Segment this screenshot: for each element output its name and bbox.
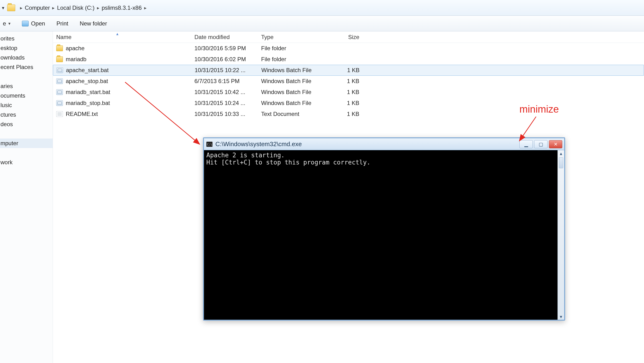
file-date: 6/7/2013 6:15 PM — [191, 78, 258, 84]
column-header-date[interactable]: Date modified — [191, 34, 258, 40]
batch-file-icon — [56, 67, 63, 73]
nav-sidebar: orites esktop ownloads ecent Places arie… — [0, 31, 53, 363]
sidebar-item-pictures[interactable]: ctures — [0, 110, 53, 119]
chevron-right-icon[interactable]: ▸ — [52, 5, 54, 11]
open-label: Open — [31, 20, 45, 27]
file-row[interactable]: mariadb10/30/2016 6:02 PMFile folder — [53, 54, 644, 65]
file-date: 10/30/2016 6:02 PM — [191, 56, 258, 63]
cmd-output: Apache 2 is starting. Hit [Ctrl+C] to st… — [204, 150, 564, 320]
breadcrumb-local-disk[interactable]: Local Disk (C:) — [57, 4, 94, 11]
annotation-minimize-label: minimize — [520, 103, 559, 115]
maximize-icon: ▢ — [539, 141, 543, 147]
file-name: apache_stop.bat — [66, 78, 108, 84]
batch-file-icon — [56, 100, 63, 106]
window-buttons: ▁ ▢ ✕ — [520, 140, 562, 148]
chevron-right-icon[interactable]: ▸ — [144, 5, 146, 11]
open-icon — [22, 21, 28, 26]
file-size: 1 KB — [322, 67, 363, 73]
print-button[interactable]: Print — [56, 20, 68, 27]
file-type: Windows Batch File — [258, 67, 322, 73]
breadcrumb-folder[interactable]: pslims8.3.1-x86 — [102, 4, 142, 11]
sidebar-item-videos[interactable]: deos — [0, 119, 53, 129]
batch-file-icon — [56, 78, 63, 84]
file-date: 10/31/2015 10:22 ... — [191, 67, 258, 73]
sidebar-item-computer[interactable]: mputer — [0, 139, 53, 148]
organize-label: e — [3, 20, 6, 27]
sidebar-item-downloads[interactable]: ownloads — [0, 53, 53, 62]
sidebar-item-network[interactable]: work — [0, 158, 53, 167]
sidebar-item-desktop[interactable]: esktop — [0, 43, 53, 53]
back-history-dropdown-icon[interactable]: ▾ — [2, 5, 4, 11]
file-date: 10/30/2016 5:59 PM — [191, 45, 258, 52]
column-header-size[interactable]: Size — [322, 34, 362, 40]
column-headers: Name ▴ Date modified Type Size — [53, 31, 644, 43]
folder-icon — [7, 4, 15, 11]
scroll-down-icon[interactable]: ▾ — [558, 314, 564, 320]
batch-file-icon — [56, 89, 63, 95]
close-icon: ✕ — [554, 141, 558, 147]
minimize-button[interactable]: ▁ — [520, 140, 533, 148]
organize-dropdown[interactable]: e ▾ — [3, 20, 10, 27]
file-date: 10/31/2015 10:42 ... — [191, 89, 258, 95]
file-size: 1 KB — [322, 111, 362, 117]
file-type: File folder — [258, 56, 322, 63]
sidebar-item-recent-places[interactable]: ecent Places — [0, 62, 53, 72]
file-name: README.txt — [66, 111, 98, 117]
breadcrumb-computer[interactable]: Computer — [25, 4, 50, 11]
breadcrumb: ▸ Computer ▸ Local Disk (C:) ▸ pslims8.3… — [18, 4, 149, 11]
file-type: Windows Batch File — [258, 100, 322, 106]
cmd-titlebar[interactable]: C:\Windows\system32\cmd.exe ▁ ▢ ✕ — [204, 138, 564, 150]
chevron-down-icon: ▾ — [8, 21, 10, 26]
file-date: 10/31/2015 10:33 ... — [191, 111, 258, 117]
cmd-window[interactable]: C:\Windows\system32\cmd.exe ▁ ▢ ✕ Apache… — [203, 137, 565, 321]
file-size: 1 KB — [322, 100, 362, 106]
column-header-type[interactable]: Type — [258, 34, 322, 40]
file-type: Text Document — [258, 111, 322, 117]
sidebar-item-libraries[interactable]: aries — [0, 81, 53, 91]
toolbar: e ▾ Open Print New folder — [0, 16, 644, 31]
file-type: File folder — [258, 45, 322, 52]
sort-ascending-icon: ▴ — [116, 31, 118, 36]
scroll-up-icon[interactable]: ▴ — [558, 150, 564, 156]
address-bar: ▾ ▸ Computer ▸ Local Disk (C:) ▸ pslims8… — [0, 0, 644, 16]
print-label: Print — [56, 20, 68, 27]
sidebar-item-favorites[interactable]: orites — [0, 34, 53, 43]
sidebar-item-documents[interactable]: ocuments — [0, 91, 53, 100]
file-name: mariadb_start.bat — [66, 89, 110, 95]
column-header-name-label: Name — [56, 34, 72, 40]
minimize-icon: ▁ — [524, 141, 528, 147]
file-row[interactable]: mariadb_start.bat10/31/2015 10:42 ...Win… — [53, 87, 644, 98]
cmd-icon — [206, 142, 212, 147]
column-header-name[interactable]: Name ▴ — [53, 34, 191, 40]
file-row[interactable]: apache10/30/2016 5:59 PMFile folder — [53, 43, 644, 54]
close-button[interactable]: ✕ — [549, 140, 562, 148]
cmd-scrollbar[interactable]: ▴ ▾ — [558, 150, 564, 320]
file-name: mariadb_stop.bat — [66, 100, 110, 106]
file-date: 10/31/2015 10:24 ... — [191, 100, 258, 106]
folder-icon — [56, 45, 63, 51]
file-type: Windows Batch File — [258, 89, 322, 95]
file-name: apache — [66, 45, 84, 52]
file-name: mariadb — [66, 56, 86, 63]
text-file-icon — [56, 111, 63, 117]
scroll-thumb[interactable] — [559, 157, 563, 168]
chevron-right-icon[interactable]: ▸ — [20, 5, 22, 11]
new-folder-label: New folder — [80, 20, 107, 27]
maximize-button[interactable]: ▢ — [534, 140, 548, 148]
file-size: 1 KB — [322, 89, 362, 95]
folder-icon — [56, 56, 63, 62]
file-size: 1 KB — [322, 78, 362, 84]
open-button[interactable]: Open — [22, 20, 45, 27]
cmd-title: C:\Windows\system32\cmd.exe — [216, 140, 516, 148]
file-row[interactable]: apache_start.bat10/31/2015 10:22 ...Wind… — [53, 65, 644, 76]
file-row[interactable]: apache_stop.bat6/7/2013 6:15 PMWindows B… — [53, 76, 644, 87]
sidebar-item-music[interactable]: lusic — [0, 100, 53, 110]
file-name: apache_start.bat — [66, 67, 109, 73]
chevron-right-icon[interactable]: ▸ — [97, 5, 99, 11]
file-type: Windows Batch File — [258, 78, 322, 84]
new-folder-button[interactable]: New folder — [80, 20, 107, 27]
